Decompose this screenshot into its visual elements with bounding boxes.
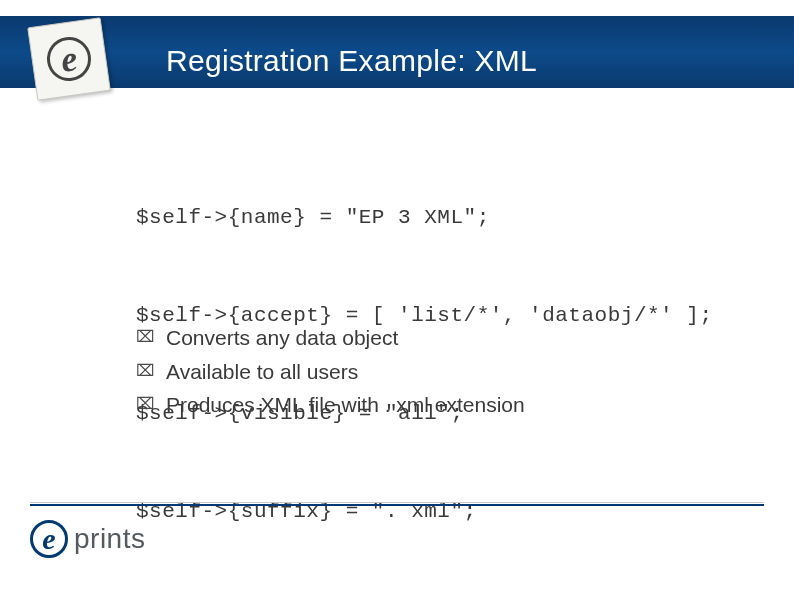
- page-title: Registration Example: XML: [166, 44, 537, 78]
- footer-divider: [30, 502, 764, 506]
- bullet-text: Converts any data object: [166, 322, 398, 354]
- bullet-list: ⌧ Converts any data object ⌧ Available t…: [136, 322, 525, 423]
- list-item: ⌧ Produces XML file with . xml extension: [136, 389, 525, 421]
- code-line: $self->{name} = "EP 3 XML";: [136, 202, 713, 235]
- bullet-text: Produces XML file with . xml extension: [166, 389, 525, 421]
- list-item: ⌧ Available to all users: [136, 356, 525, 388]
- list-item: ⌧ Converts any data object: [136, 322, 525, 354]
- logo-tile-icon: e: [27, 17, 111, 101]
- footer-logo-text: prints: [74, 523, 145, 555]
- header-band: e Registration Example: XML: [0, 16, 794, 88]
- bullet-text: Available to all users: [166, 356, 358, 388]
- footer-logo-e-icon: e: [30, 520, 68, 558]
- bullet-icon: ⌧: [136, 322, 154, 352]
- footer-logo: e prints: [30, 520, 145, 558]
- logo-letter: e: [44, 34, 94, 84]
- bullet-icon: ⌧: [136, 389, 154, 419]
- bullet-icon: ⌧: [136, 356, 154, 386]
